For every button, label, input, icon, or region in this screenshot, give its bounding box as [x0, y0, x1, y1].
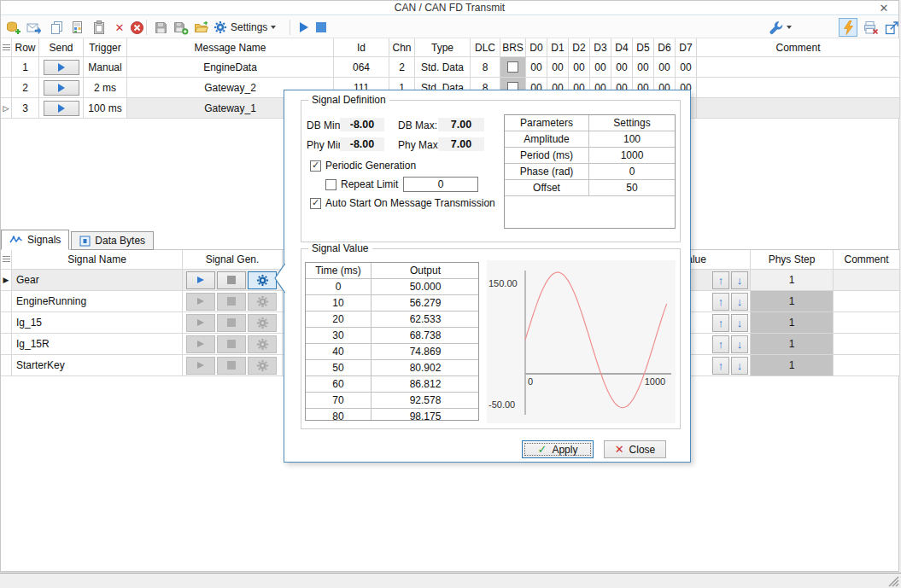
value-down-button[interactable]: ↓ — [731, 293, 748, 311]
signal-start-button[interactable] — [186, 335, 215, 353]
data-byte-cell[interactable]: 00 — [611, 57, 633, 78]
save-button[interactable] — [151, 18, 170, 37]
col-header-d0[interactable]: D0 — [526, 38, 547, 57]
value-up-button[interactable]: ↑ — [712, 314, 729, 332]
col-header-chn[interactable]: Chn — [389, 38, 415, 57]
send-message-button[interactable] — [44, 60, 79, 75]
signal-start-button[interactable] — [186, 357, 215, 375]
settings-dropdown-button[interactable]: Settings — [211, 18, 278, 37]
col-header-send[interactable]: Send — [39, 38, 84, 57]
signal-config-button[interactable] — [248, 335, 277, 353]
col-header-d1[interactable]: D1 — [547, 38, 569, 57]
data-byte-cell[interactable]: 00 — [526, 57, 547, 78]
auto-start-checkbox[interactable] — [310, 198, 321, 209]
data-byte-cell[interactable]: 00 — [590, 57, 611, 78]
open-button[interactable] — [192, 18, 211, 37]
import-message-button[interactable] — [25, 18, 44, 37]
signal-comment-cell[interactable] — [834, 334, 900, 355]
value-down-button[interactable]: ↓ — [731, 357, 748, 375]
repeat-limit-input[interactable]: 0 — [403, 177, 478, 192]
periodic-generation-checkbox[interactable] — [310, 160, 321, 172]
value-up-button[interactable]: ↑ — [712, 293, 729, 311]
clear-all-button[interactable] — [127, 18, 146, 37]
signal-stop-button[interactable] — [217, 357, 246, 375]
trigger-cell[interactable]: Manual — [84, 57, 127, 78]
signal-name-cell[interactable]: Gear — [12, 270, 183, 291]
value-up-button[interactable]: ↑ — [712, 357, 729, 375]
signal-stop-button[interactable] — [217, 271, 246, 289]
tab-data-bytes[interactable]: Data Bytes — [71, 231, 154, 250]
param-value[interactable]: 100 — [589, 131, 675, 148]
export-button[interactable] — [882, 18, 901, 37]
comment-cell[interactable] — [697, 78, 900, 98]
col-header-trigger[interactable]: Trigger — [84, 38, 127, 57]
phys-step-cell[interactable]: 1 — [751, 270, 834, 291]
signal-name-cell[interactable]: EngineRunning — [12, 291, 183, 312]
signal-config-button[interactable] — [248, 271, 277, 289]
send-message-button[interactable] — [44, 101, 79, 116]
data-byte-cell[interactable]: 00 — [633, 57, 654, 78]
signal-start-button[interactable] — [186, 314, 215, 332]
col-header-d6[interactable]: D6 — [654, 38, 676, 57]
type-cell[interactable]: Std. Data — [415, 57, 471, 78]
value-up-button[interactable]: ↑ — [712, 271, 729, 289]
id-cell[interactable]: 064 — [334, 57, 389, 78]
col-header-d4[interactable]: D4 — [611, 38, 633, 57]
print-disabled-button[interactable] — [862, 18, 881, 37]
signal-comment-cell[interactable] — [834, 312, 900, 334]
data-byte-cell[interactable]: 00 — [676, 57, 697, 78]
param-value[interactable]: 0 — [589, 164, 675, 180]
value-down-button[interactable]: ↓ — [731, 314, 748, 332]
comment-cell[interactable] — [697, 98, 900, 119]
phys-step-cell[interactable]: 1 — [751, 334, 834, 355]
start-transmit-button[interactable] — [295, 18, 313, 37]
col-header-dlc[interactable]: DLC — [471, 38, 500, 57]
stop-transmit-button[interactable] — [312, 18, 331, 37]
col-header-d5[interactable]: D5 — [633, 38, 654, 57]
dlc-cell[interactable]: 8 — [471, 57, 500, 78]
comment-cell[interactable] — [697, 57, 900, 78]
signal-stop-button[interactable] — [217, 293, 246, 311]
signal-stop-button[interactable] — [217, 335, 246, 353]
col-header-brs[interactable]: BRS — [500, 38, 526, 57]
tab-signals[interactable]: Signals — [1, 230, 69, 250]
value-up-button[interactable]: ↑ — [712, 335, 729, 353]
data-byte-cell[interactable]: 00 — [654, 57, 676, 78]
param-value[interactable]: 1000 — [589, 148, 675, 164]
col-header-id[interactable]: Id — [334, 38, 389, 57]
col-header-type[interactable]: Type — [415, 38, 471, 57]
repeat-limit-checkbox[interactable] — [325, 179, 336, 190]
signal-comment-cell[interactable] — [834, 355, 900, 376]
close-dialog-button[interactable]: ✕ Close — [604, 440, 666, 458]
tools-dropdown-button[interactable] — [766, 18, 794, 37]
trigger-cell[interactable]: 2 ms — [84, 78, 127, 98]
brs-checkbox[interactable] — [507, 61, 518, 73]
chn-cell[interactable]: 2 — [389, 57, 415, 78]
add-message-button[interactable] — [4, 18, 23, 37]
col-header-message-name[interactable]: Message Name — [127, 38, 334, 57]
signal-config-button[interactable] — [248, 293, 277, 311]
signal-config-button[interactable] — [248, 357, 277, 375]
param-value[interactable]: 50 — [589, 180, 675, 196]
trigger-cell[interactable]: 100 ms — [84, 98, 127, 119]
single-shot-toggle-button[interactable] — [839, 18, 857, 37]
value-down-button[interactable]: ↓ — [731, 271, 748, 289]
col-header-row[interactable]: Row — [12, 38, 39, 57]
col-header-signal-comment[interactable]: Comment — [834, 250, 900, 270]
paste-special-button[interactable] — [67, 18, 86, 37]
signal-name-cell[interactable]: Ig_15 — [12, 312, 183, 334]
signal-comment-cell[interactable] — [834, 270, 900, 291]
apply-button[interactable]: ✓ Apply — [522, 440, 594, 458]
col-header-d7[interactable]: D7 — [676, 38, 697, 57]
copy-button[interactable] — [47, 18, 66, 37]
send-message-button[interactable] — [44, 80, 79, 96]
signal-start-button[interactable] — [186, 271, 215, 289]
paste-button[interactable] — [90, 18, 108, 37]
data-byte-cell[interactable]: 00 — [569, 57, 590, 78]
col-header-signal-name[interactable]: Signal Name — [12, 250, 183, 270]
phys-step-cell[interactable]: 1 — [751, 355, 834, 376]
col-header-comment[interactable]: Comment — [697, 38, 900, 57]
value-down-button[interactable]: ↓ — [731, 335, 748, 353]
signal-comment-cell[interactable] — [834, 291, 900, 312]
col-header-signal-gen[interactable]: Signal Gen. — [183, 250, 283, 270]
